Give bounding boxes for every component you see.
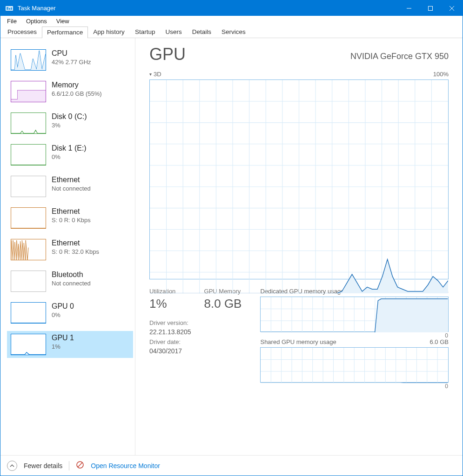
sidebar-item-sub: 0% — [52, 153, 87, 160]
open-resource-monitor-link[interactable]: Open Resource Monitor — [91, 462, 160, 469]
svg-line-78 — [78, 463, 82, 467]
sidebar-item-sub: Not connected — [52, 280, 91, 287]
sidebar-item-sub: 3% — [52, 122, 87, 129]
detail-heading: GPU — [149, 45, 186, 64]
shared-chart-label: Shared GPU memory usage — [260, 338, 336, 345]
sidebar-item-sub: 42% 2.77 GHz — [52, 59, 91, 66]
resource-monitor-icon — [76, 461, 84, 470]
sidebar-item-ethernet[interactable]: EthernetS: 0 R: 32.0 Kbps — [7, 236, 133, 263]
sidebar-item-label: Bluetooth — [52, 271, 91, 279]
tab-startup[interactable]: Startup — [130, 26, 161, 38]
sidebar-item-sub: 1% — [52, 343, 74, 350]
minimize-button[interactable] — [398, 0, 420, 16]
driver-date-value: 04/30/2017 — [149, 347, 191, 355]
fewer-details-icon[interactable] — [7, 461, 17, 471]
sidebar-item-ethernet[interactable]: EthernetS: 0 R: 0 Kbps — [7, 205, 133, 231]
shared-chart-max: 6.0 GB — [430, 338, 449, 345]
maximize-button[interactable] — [420, 0, 441, 16]
thumb-icon — [11, 176, 46, 197]
close-button[interactable] — [441, 0, 463, 16]
sidebar-item-disk-1-e-[interactable]: Disk 1 (E:)0% — [7, 141, 133, 168]
shared-chart-zero: 0 — [445, 383, 448, 390]
sidebar-item-disk-0-c-[interactable]: Disk 0 (C:)3% — [7, 110, 133, 137]
sidebar-item-memory[interactable]: Memory6.6/12.0 GB (55%) — [7, 78, 133, 105]
svg-rect-5 — [429, 6, 433, 10]
main-chart-max: 100% — [433, 71, 449, 78]
sidebar-item-gpu-1[interactable]: GPU 11% — [7, 331, 133, 358]
sidebar-item-sub: 6.6/12.0 GB (55%) — [52, 90, 102, 97]
main-chart-selector[interactable]: ▾ 3D — [149, 71, 161, 78]
menu-view[interactable]: View — [53, 17, 73, 26]
sidebar-item-sub: 0% — [52, 311, 74, 318]
body: CPU42% 2.77 GHz Memory6.6/12.0 GB (55%) … — [0, 38, 463, 455]
dedicated-chart: 0 — [260, 297, 449, 332]
thumb-icon — [11, 112, 46, 134]
svg-rect-3 — [11, 7, 12, 10]
menubar: File Options View — [0, 16, 463, 26]
svg-rect-1 — [7, 7, 8, 10]
sidebar-item-sub: Not connected — [52, 185, 91, 192]
sidebar-item-label: Memory — [52, 81, 102, 89]
tab-performance[interactable]: Performance — [42, 26, 88, 38]
svg-marker-8 — [11, 51, 46, 71]
titlebar[interactable]: Task Manager — [0, 0, 463, 16]
tab-services[interactable]: Services — [216, 26, 251, 38]
thumb-icon — [11, 239, 46, 260]
sidebar-item-label: Disk 0 (C:) — [52, 112, 87, 121]
tab-processes[interactable]: Processes — [2, 26, 42, 38]
tab-strip: Processes Performance App history Startu… — [0, 26, 463, 38]
tab-app-history[interactable]: App history — [88, 26, 130, 38]
sidebar-item-label: Ethernet — [52, 176, 91, 184]
utilization-value: 1% — [149, 297, 191, 311]
sidebar-item-label: Ethernet — [52, 207, 91, 216]
driver-version-value: 22.21.13.8205 — [149, 328, 191, 336]
window-title: Task Manager — [18, 5, 56, 12]
sidebar-item-label: Ethernet — [52, 239, 99, 247]
shared-chart: 0 — [260, 347, 449, 383]
sidebar-item-sub: S: 0 R: 0 Kbps — [52, 217, 91, 224]
gpu-model: NVIDIA GeForce GTX 950 — [350, 52, 449, 64]
task-manager-window: Task Manager File Options View Processes… — [0, 0, 463, 476]
tab-details[interactable]: Details — [187, 26, 216, 38]
menu-file[interactable]: File — [3, 17, 20, 26]
driver-date-label: Driver date: — [149, 338, 191, 345]
footer-divider — [69, 461, 69, 470]
sidebar-item-label: CPU — [52, 49, 91, 58]
sidebar-item-gpu-0[interactable]: GPU 00% — [7, 299, 133, 326]
sidebar-item-label: Disk 1 (E:) — [52, 144, 87, 152]
footer: Fewer details Open Resource Monitor — [0, 455, 463, 476]
svg-marker-9 — [11, 90, 46, 102]
sidebar-item-label: GPU 1 — [52, 334, 74, 342]
thumb-icon — [11, 302, 46, 324]
main-chart — [149, 79, 449, 279]
tab-users[interactable]: Users — [160, 26, 187, 38]
gpu-memory-value: 8.0 GB — [204, 297, 242, 311]
chevron-down-icon: ▾ — [149, 72, 152, 77]
main-chart-label: 3D — [154, 71, 161, 78]
thumb-icon — [11, 207, 46, 229]
sidebar-item-ethernet[interactable]: EthernetNot connected — [7, 173, 133, 200]
sidebar-item-cpu[interactable]: CPU42% 2.77 GHz — [7, 46, 133, 73]
fewer-details-label[interactable]: Fewer details — [24, 462, 62, 469]
app-icon — [4, 3, 14, 13]
sidebar-item-label: GPU 0 — [52, 302, 74, 311]
driver-version-label: Driver version: — [149, 319, 191, 326]
dedicated-chart-zero: 0 — [445, 332, 448, 339]
svg-rect-2 — [9, 8, 10, 10]
sidebar-item-sub: S: 0 R: 32.0 Kbps — [52, 248, 99, 255]
thumb-icon — [11, 334, 46, 355]
thumb-icon — [11, 49, 46, 71]
detail-pane: GPU NVIDIA GeForce GTX 950 ▾ 3D 100% Uti… — [135, 38, 463, 455]
thumb-icon — [11, 81, 46, 102]
thumb-icon — [11, 144, 46, 165]
menu-options[interactable]: Options — [22, 17, 51, 26]
thumb-icon — [11, 271, 46, 292]
resource-sidebar: CPU42% 2.77 GHz Memory6.6/12.0 GB (55%) … — [0, 38, 135, 455]
sidebar-item-bluetooth[interactable]: BluetoothNot connected — [7, 268, 133, 295]
